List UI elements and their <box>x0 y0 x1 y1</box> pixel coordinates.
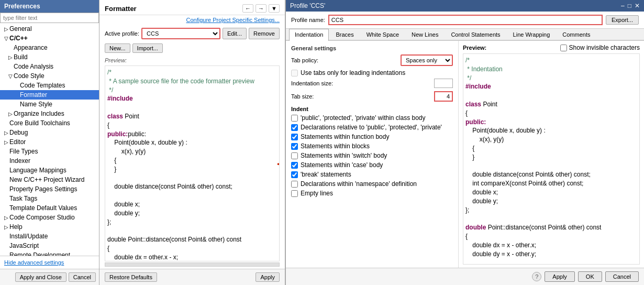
tree-item-c-c--[interactable]: ▽C/C++ <box>0 34 99 43</box>
tab-size-input[interactable] <box>434 91 453 102</box>
tree-item-appearance[interactable]: ▷Appearance <box>0 43 99 52</box>
tree-arrow: ▷ <box>8 111 14 117</box>
remove-btn[interactable]: Remove <box>249 28 280 39</box>
tree-label: Help <box>9 223 23 231</box>
forward-btn[interactable]: → <box>256 4 267 13</box>
use-tabs-row: Use tabs only for leading indentations <box>291 69 453 76</box>
tree-item-new-c-c---project-wizard[interactable]: ▷New C/C++ Project Wizard <box>0 175 99 184</box>
pref-footer: Hide advanced settings <box>0 256 99 269</box>
use-tabs-checkbox[interactable] <box>291 70 298 76</box>
profile-apply-btn[interactable]: Apply <box>545 271 575 282</box>
tree-label: Debug <box>9 129 28 136</box>
tree-arrow: ▽ <box>8 73 14 79</box>
horizontal-scrollbar[interactable] <box>105 262 280 267</box>
indent-section: Indent 'public', 'protected', 'private' … <box>291 106 453 197</box>
profile-name-row: Profile name: Export... <box>286 12 644 29</box>
show-invisible-checkbox[interactable] <box>560 45 567 51</box>
indent-checkbox[interactable] <box>291 115 298 122</box>
close-btn[interactable]: ✕ <box>635 2 640 9</box>
tree-item-formatter[interactable]: ▷Formatter <box>0 90 99 100</box>
indent-checkbox[interactable] <box>291 190 298 197</box>
tree-item-install-update[interactable]: ▷Install/Update <box>0 232 99 241</box>
tree-item-debug[interactable]: ▷Debug <box>0 128 99 137</box>
indent-checkbox[interactable] <box>291 134 298 140</box>
indent-item: Statements within blocks <box>291 142 453 150</box>
tab-line-wrapping[interactable]: Line Wrapping <box>507 29 556 40</box>
tree-label: Code Templates <box>20 82 65 89</box>
tab-control-statements[interactable]: Control Statements <box>445 29 506 40</box>
tab-braces[interactable]: Braces <box>330 29 359 40</box>
back-btn[interactable]: ← <box>242 4 253 13</box>
cancel-button[interactable]: Cancel <box>69 272 96 282</box>
export-btn[interactable]: Export... <box>606 15 639 25</box>
indent-checkbox[interactable] <box>291 162 298 169</box>
profile-name-input[interactable] <box>328 15 603 25</box>
tree-arrow: ▷ <box>8 54 14 60</box>
tab-white-space[interactable]: White Space <box>361 29 405 40</box>
tree-label: Formatter <box>20 91 47 98</box>
tree-item-indexer[interactable]: ▷Indexer <box>0 156 99 166</box>
tree-label: Name Style <box>20 101 52 108</box>
indent-item: Statements within function body <box>291 133 453 140</box>
maximize-btn[interactable]: □ <box>628 2 631 9</box>
tab-new-lines[interactable]: New Lines <box>406 29 444 40</box>
indent-checkbox[interactable] <box>291 152 298 159</box>
formatter-apply-btn[interactable]: Apply <box>256 272 280 282</box>
indent-checkbox[interactable] <box>291 143 298 150</box>
tree-item-language-mappings[interactable]: ▷Language Mappings <box>0 166 99 175</box>
indent-checkbox[interactable] <box>291 124 298 131</box>
tree-label: Code Style <box>14 72 45 80</box>
configure-link[interactable]: Configure Project Specific Settings... <box>186 17 280 23</box>
edit-btn[interactable]: Edit... <box>223 28 247 39</box>
tree-item-code-analysis[interactable]: ▷Code Analysis <box>0 62 99 71</box>
help-icon[interactable]: ? <box>532 272 541 281</box>
dropdown-btn[interactable]: ▼ <box>269 4 280 13</box>
tree-item-code-templates[interactable]: ▷Code Templates <box>0 81 99 90</box>
tab-indentation[interactable]: Indentation <box>289 29 329 41</box>
profile-cancel-btn[interactable]: Cancel <box>605 271 639 282</box>
new-btn[interactable]: New... <box>105 43 130 53</box>
indentation-size-input[interactable] <box>434 79 453 88</box>
tab-comments[interactable]: Comments <box>557 29 596 40</box>
tree-item-javascript[interactable]: ▷JavaScript <box>0 241 99 250</box>
minimize-btn[interactable]: – <box>621 2 625 9</box>
tree-item-task-tags[interactable]: ▷Task Tags <box>0 194 99 203</box>
restore-defaults-btn[interactable]: Restore Defaults <box>105 272 157 282</box>
indent-checkbox[interactable] <box>291 171 298 178</box>
tree-arrow: ▷ <box>4 26 9 32</box>
profile-window-title: Profile 'CCS' <box>290 2 325 9</box>
tree-item-name-style[interactable]: ▷Name Style <box>0 100 99 109</box>
tree-item-help[interactable]: ▷Help <box>0 222 99 232</box>
tree-item-property-pages-settings[interactable]: ▷Property Pages Settings <box>0 184 99 194</box>
tree-item-code-composer-studio[interactable]: ▷Code Composer Studio <box>0 213 99 222</box>
tree-label: Code Composer Studio <box>9 214 75 221</box>
import-btn[interactable]: Import... <box>132 43 163 53</box>
tree-item-remote-development[interactable]: ▷Remote Development <box>0 250 99 256</box>
indent-checkbox[interactable] <box>291 181 298 188</box>
indent-label: Statements within function body <box>301 133 389 140</box>
tree-item-core-build-toolchains[interactable]: ▷Core Build Toolchains <box>0 118 99 128</box>
tree-item-organize-includes[interactable]: ▷Organize Includes <box>0 109 99 118</box>
tree-item-template-default-values[interactable]: ▷Template Default Values <box>0 203 99 213</box>
formatter-bottom: Restore Defaults Apply <box>99 269 285 285</box>
tree-label: Editor <box>9 138 26 146</box>
ok-btn[interactable]: OK <box>578 271 602 282</box>
tree-arrow: ▷ <box>4 215 9 221</box>
hide-advanced-link[interactable]: Hide advanced settings <box>4 259 64 266</box>
preferences-title: Preferences <box>0 0 99 13</box>
tab-policy-select[interactable]: MixedSpaces onlyTabs only <box>401 54 453 66</box>
tree-item-file-types[interactable]: ▷File Types <box>0 147 99 156</box>
profile-select[interactable]: CCS <box>141 28 220 39</box>
tree-item-build[interactable]: ▷Build <box>0 52 99 62</box>
tree-item-code-style[interactable]: ▽Code Style <box>0 71 99 81</box>
tree-label: New C/C++ Project Wizard <box>9 176 84 183</box>
tree-item-editor[interactable]: ▷Editor <box>0 137 99 147</box>
formatter-toolbar: ← → ▼ <box>242 4 280 13</box>
indent-items: 'public', 'protected', 'private' within … <box>291 114 453 197</box>
tree-item-general[interactable]: ▷General <box>0 24 99 34</box>
apply-close-button[interactable]: Apply and Close <box>15 272 66 282</box>
right-code: /* * Indentation */ #include class Point… <box>465 56 637 265</box>
filter-input[interactable] <box>0 13 99 23</box>
formatter-header: Formatter ← → ▼ <box>99 0 285 15</box>
indent-item: 'break' statements <box>291 171 453 178</box>
